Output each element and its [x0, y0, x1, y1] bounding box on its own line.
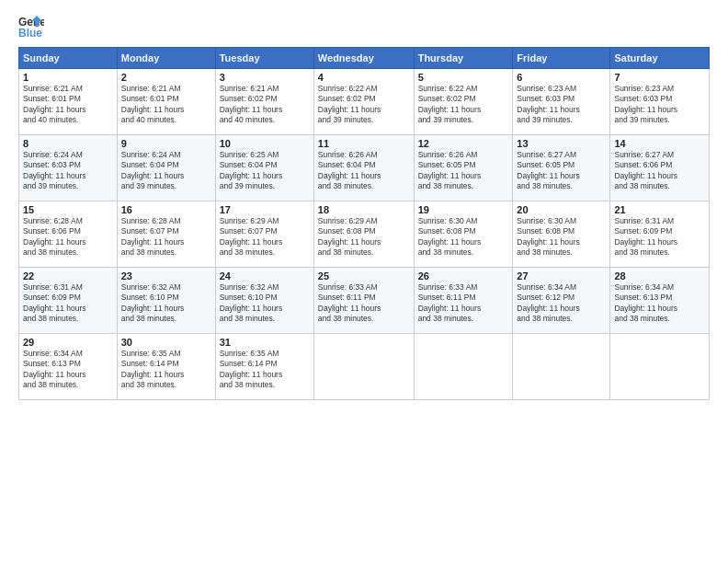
day-number: 4: [318, 72, 410, 83]
calendar-cell: 14Sunrise: 6:27 AMSunset: 6:06 PMDayligh…: [610, 135, 710, 201]
day-info: Sunrise: 6:23 AMSunset: 6:03 PMDaylight:…: [517, 84, 606, 126]
calendar-cell: 9Sunrise: 6:24 AMSunset: 6:04 PMDaylight…: [117, 135, 215, 201]
calendar-cell: 2Sunrise: 6:21 AMSunset: 6:01 PMDaylight…: [117, 69, 215, 135]
day-info: Sunrise: 6:30 AMSunset: 6:08 PMDaylight:…: [418, 216, 509, 259]
calendar-cell: 21Sunrise: 6:31 AMSunset: 6:09 PMDayligh…: [610, 201, 710, 268]
day-number: 18: [318, 204, 410, 215]
calendar-cell: 17Sunrise: 6:29 AMSunset: 6:07 PMDayligh…: [215, 201, 313, 268]
weekday-header-monday: Monday: [117, 48, 215, 69]
day-number: 17: [220, 204, 310, 215]
day-info: Sunrise: 6:32 AMSunset: 6:10 PMDaylight:…: [220, 282, 310, 325]
calendar-cell: 31Sunrise: 6:35 AMSunset: 6:14 PMDayligh…: [215, 334, 313, 400]
logo-icon: General Blue: [18, 14, 44, 40]
weekday-header-saturday: Saturday: [610, 48, 710, 69]
calendar-cell: 23Sunrise: 6:32 AMSunset: 6:10 PMDayligh…: [117, 268, 215, 334]
calendar-cell: [414, 334, 513, 400]
calendar-cell: 26Sunrise: 6:33 AMSunset: 6:11 PMDayligh…: [414, 268, 513, 334]
calendar-cell: [313, 334, 414, 400]
calendar-cell: 29Sunrise: 6:34 AMSunset: 6:13 PMDayligh…: [19, 334, 118, 400]
weekday-header-tuesday: Tuesday: [215, 48, 313, 69]
day-number: 30: [121, 337, 211, 348]
calendar-cell: 6Sunrise: 6:23 AMSunset: 6:03 PMDaylight…: [513, 69, 610, 135]
day-info: Sunrise: 6:25 AMSunset: 6:04 PMDaylight:…: [220, 150, 310, 192]
day-info: Sunrise: 6:29 AMSunset: 6:07 PMDaylight:…: [220, 216, 310, 259]
day-number: 5: [418, 72, 509, 83]
day-number: 13: [517, 138, 606, 149]
calendar-cell: 7Sunrise: 6:23 AMSunset: 6:03 PMDaylight…: [610, 69, 710, 135]
day-info: Sunrise: 6:30 AMSunset: 6:08 PMDaylight:…: [517, 216, 606, 259]
calendar-cell: 8Sunrise: 6:24 AMSunset: 6:03 PMDaylight…: [19, 135, 118, 201]
day-info: Sunrise: 6:28 AMSunset: 6:07 PMDaylight:…: [121, 216, 211, 259]
calendar-cell: 13Sunrise: 6:27 AMSunset: 6:05 PMDayligh…: [513, 135, 610, 201]
calendar-cell: 28Sunrise: 6:34 AMSunset: 6:13 PMDayligh…: [610, 268, 710, 334]
calendar-cell: 27Sunrise: 6:34 AMSunset: 6:12 PMDayligh…: [513, 268, 610, 334]
day-info: Sunrise: 6:24 AMSunset: 6:03 PMDaylight:…: [23, 150, 113, 192]
day-info: Sunrise: 6:33 AMSunset: 6:11 PMDaylight:…: [418, 282, 509, 325]
day-number: 20: [517, 204, 606, 215]
calendar-cell: 1Sunrise: 6:21 AMSunset: 6:01 PMDaylight…: [19, 69, 118, 135]
day-number: 26: [418, 270, 509, 282]
day-number: 3: [220, 72, 310, 83]
day-info: Sunrise: 6:29 AMSunset: 6:08 PMDaylight:…: [318, 216, 410, 259]
calendar-cell: 30Sunrise: 6:35 AMSunset: 6:14 PMDayligh…: [117, 334, 215, 400]
weekday-header-thursday: Thursday: [414, 48, 513, 69]
calendar-cell: 15Sunrise: 6:28 AMSunset: 6:06 PMDayligh…: [19, 201, 118, 268]
day-number: 29: [23, 337, 113, 348]
calendar-cell: 20Sunrise: 6:30 AMSunset: 6:08 PMDayligh…: [513, 201, 610, 268]
day-number: 19: [418, 204, 509, 215]
day-number: 12: [418, 138, 509, 149]
day-number: 23: [121, 270, 211, 282]
day-number: 2: [121, 72, 211, 83]
day-number: 11: [318, 138, 410, 149]
day-info: Sunrise: 6:32 AMSunset: 6:10 PMDaylight:…: [121, 282, 211, 325]
calendar-cell: 24Sunrise: 6:32 AMSunset: 6:10 PMDayligh…: [215, 268, 313, 334]
calendar-cell: 10Sunrise: 6:25 AMSunset: 6:04 PMDayligh…: [215, 135, 313, 201]
calendar-table: SundayMondayTuesdayWednesdayThursdayFrid…: [18, 47, 710, 400]
day-info: Sunrise: 6:27 AMSunset: 6:05 PMDaylight:…: [517, 150, 606, 192]
day-number: 27: [517, 270, 606, 282]
day-info: Sunrise: 6:31 AMSunset: 6:09 PMDaylight:…: [614, 216, 705, 259]
day-number: 25: [318, 270, 410, 282]
day-info: Sunrise: 6:35 AMSunset: 6:14 PMDaylight:…: [121, 349, 211, 391]
day-number: 24: [220, 270, 310, 282]
day-info: Sunrise: 6:34 AMSunset: 6:13 PMDaylight:…: [23, 349, 113, 391]
day-info: Sunrise: 6:21 AMSunset: 6:01 PMDaylight:…: [23, 84, 113, 126]
calendar-cell: 18Sunrise: 6:29 AMSunset: 6:08 PMDayligh…: [313, 201, 414, 268]
day-number: 14: [614, 138, 705, 149]
day-number: 8: [23, 138, 113, 149]
day-info: Sunrise: 6:22 AMSunset: 6:02 PMDaylight:…: [318, 84, 410, 126]
calendar-cell: 12Sunrise: 6:26 AMSunset: 6:05 PMDayligh…: [414, 135, 513, 201]
calendar-cell: 11Sunrise: 6:26 AMSunset: 6:04 PMDayligh…: [313, 135, 414, 201]
calendar-cell: 19Sunrise: 6:30 AMSunset: 6:08 PMDayligh…: [414, 201, 513, 268]
calendar-cell: 5Sunrise: 6:22 AMSunset: 6:02 PMDaylight…: [414, 69, 513, 135]
calendar-cell: [513, 334, 610, 400]
day-info: Sunrise: 6:23 AMSunset: 6:03 PMDaylight:…: [614, 84, 705, 126]
day-number: 15: [23, 204, 113, 215]
day-number: 6: [517, 72, 606, 83]
logo: General Blue: [18, 14, 44, 40]
day-info: Sunrise: 6:26 AMSunset: 6:05 PMDaylight:…: [418, 150, 509, 192]
weekday-header-wednesday: Wednesday: [313, 48, 414, 69]
day-number: 31: [220, 337, 310, 348]
day-number: 9: [121, 138, 211, 149]
calendar-cell: 4Sunrise: 6:22 AMSunset: 6:02 PMDaylight…: [313, 69, 414, 135]
calendar-cell: 22Sunrise: 6:31 AMSunset: 6:09 PMDayligh…: [19, 268, 118, 334]
day-info: Sunrise: 6:24 AMSunset: 6:04 PMDaylight:…: [121, 150, 211, 192]
day-number: 21: [614, 204, 705, 215]
day-info: Sunrise: 6:33 AMSunset: 6:11 PMDaylight:…: [318, 282, 410, 325]
day-number: 1: [23, 72, 113, 83]
calendar-cell: 16Sunrise: 6:28 AMSunset: 6:07 PMDayligh…: [117, 201, 215, 268]
page-header: General Blue: [18, 14, 710, 40]
calendar-cell: 3Sunrise: 6:21 AMSunset: 6:02 PMDaylight…: [215, 69, 313, 135]
day-info: Sunrise: 6:35 AMSunset: 6:14 PMDaylight:…: [220, 349, 310, 391]
svg-text:Blue: Blue: [18, 27, 42, 40]
weekday-header-sunday: Sunday: [19, 48, 118, 69]
day-info: Sunrise: 6:27 AMSunset: 6:06 PMDaylight:…: [614, 150, 705, 192]
day-info: Sunrise: 6:21 AMSunset: 6:02 PMDaylight:…: [220, 84, 310, 126]
day-info: Sunrise: 6:28 AMSunset: 6:06 PMDaylight:…: [23, 216, 113, 259]
calendar-cell: [610, 334, 710, 400]
day-info: Sunrise: 6:34 AMSunset: 6:12 PMDaylight:…: [517, 282, 606, 325]
day-info: Sunrise: 6:22 AMSunset: 6:02 PMDaylight:…: [418, 84, 509, 126]
day-info: Sunrise: 6:31 AMSunset: 6:09 PMDaylight:…: [23, 282, 113, 325]
calendar-cell: 25Sunrise: 6:33 AMSunset: 6:11 PMDayligh…: [313, 268, 414, 334]
